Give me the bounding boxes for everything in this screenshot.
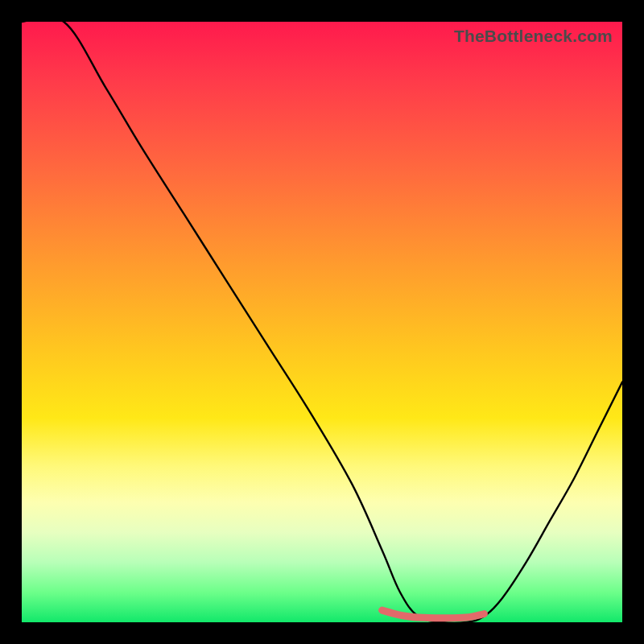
bottleneck-curve-path (22, 16, 622, 623)
highlight-segment-path (382, 610, 485, 618)
chart-frame: TheBottleneck.com (0, 0, 644, 644)
chart-svg (22, 22, 622, 622)
plot-area: TheBottleneck.com (22, 22, 622, 622)
